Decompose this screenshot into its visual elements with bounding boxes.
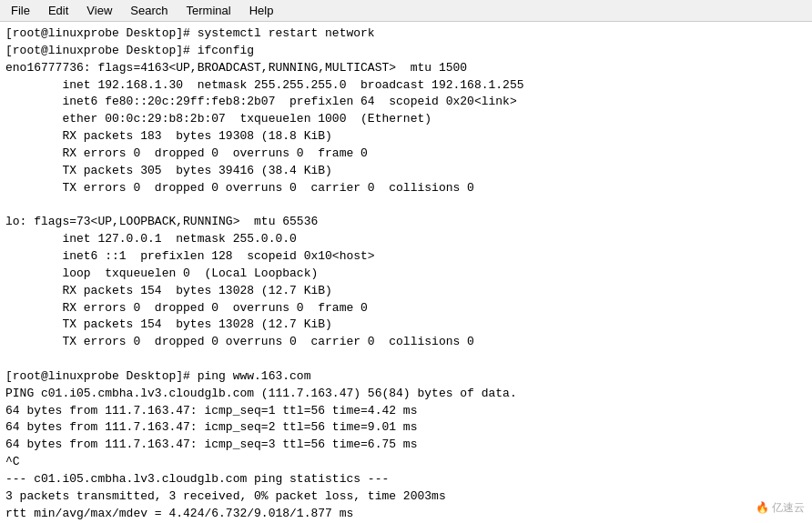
terminal-window: File Edit View Search Terminal Help [roo… xyxy=(0,0,812,523)
watermark: 🔥 亿速云 xyxy=(756,500,805,516)
menu-help[interactable]: Help xyxy=(242,2,281,19)
watermark-text: 亿速云 xyxy=(772,501,805,514)
menu-search[interactable]: Search xyxy=(123,2,175,19)
menu-file[interactable]: File xyxy=(4,2,37,19)
menu-view[interactable]: View xyxy=(79,2,119,19)
terminal-output: [root@linuxprobe Desktop]# systemctl res… xyxy=(5,25,807,523)
menu-terminal[interactable]: Terminal xyxy=(179,2,239,19)
terminal-body[interactable]: [root@linuxprobe Desktop]# systemctl res… xyxy=(0,22,812,523)
menu-edit[interactable]: Edit xyxy=(41,2,76,19)
menu-bar: File Edit View Search Terminal Help xyxy=(0,0,812,22)
watermark-icon: 🔥 xyxy=(756,501,769,514)
